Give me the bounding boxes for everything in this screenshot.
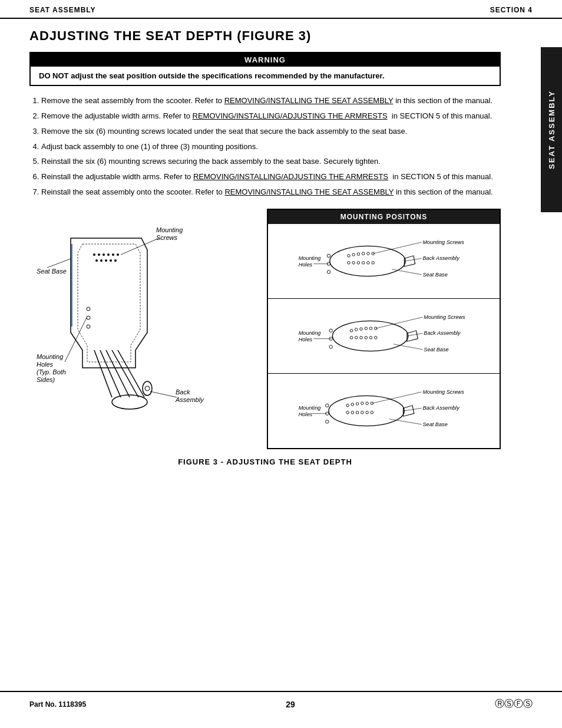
svg-line-75 xyxy=(407,333,423,336)
svg-point-97 xyxy=(326,420,329,423)
svg-point-8 xyxy=(100,259,103,262)
svg-line-19 xyxy=(118,350,144,397)
svg-text:Mounting  Screws: Mounting Screws xyxy=(423,239,465,245)
svg-text:Back  Assembly: Back Assembly xyxy=(423,255,461,261)
svg-text:Back  Assembly: Back Assembly xyxy=(424,330,461,336)
page: SEAT ASSEMBLY SEAT ASSEMBLY SECTION 4 AD… xyxy=(0,0,562,728)
svg-point-70 xyxy=(329,329,333,332)
svg-point-64 xyxy=(350,336,353,339)
svg-text:Assembly: Assembly xyxy=(175,396,204,403)
svg-point-43 xyxy=(367,261,370,264)
svg-text:Holes: Holes xyxy=(299,411,313,417)
svg-point-93 xyxy=(366,411,369,414)
svg-line-105 xyxy=(389,419,422,424)
mounting-position-3: Mounting Screws Back Assembly Mounting H… xyxy=(268,374,500,448)
step-2: Remove the adjustable width arms. Refer … xyxy=(41,111,501,122)
svg-text:Mounting: Mounting xyxy=(299,405,322,411)
svg-text:Sides): Sides) xyxy=(37,376,55,383)
link-armrests-2[interactable]: REMOVING/INSTALLING/ADJUSTING THE ARMRES… xyxy=(193,172,388,181)
svg-point-59 xyxy=(355,328,358,331)
svg-point-40 xyxy=(352,261,355,264)
page-footer: Part No. 1118395 29 ⓇⓈⒻⓈ xyxy=(0,691,562,716)
svg-point-68 xyxy=(369,336,372,339)
svg-point-82 xyxy=(329,396,404,426)
svg-line-18 xyxy=(112,350,138,397)
svg-text:(Typ. Both: (Typ. Both xyxy=(37,368,66,375)
svg-point-44 xyxy=(372,261,375,264)
side-tab: SEAT ASSEMBLY xyxy=(541,47,562,212)
steps-list: Remove the seat assembly from the scoote… xyxy=(41,95,501,198)
svg-point-69 xyxy=(374,336,377,339)
right-diagram: MOUNTING POSITONS xyxy=(267,209,501,449)
link-armrests-1[interactable]: REMOVING/INSTALLING/ADJUSTING THE ARMRES… xyxy=(193,111,388,120)
svg-point-58 xyxy=(350,329,353,332)
page-title: ADJUSTING THE SEAT DEPTH (FIGURE 3) xyxy=(29,28,501,44)
svg-point-57 xyxy=(332,321,408,351)
link-removing-installing-2[interactable]: REMOVING/INSTALLING THE SEAT ASSEMBLY xyxy=(224,187,394,196)
svg-text:Seat Base: Seat Base xyxy=(423,421,448,427)
svg-point-37 xyxy=(367,252,370,255)
footer-part-number: Part No. 1118395 xyxy=(29,700,86,709)
page-header: SEAT ASSEMBLY SECTION 4 xyxy=(0,0,562,19)
position-3-svg: Mounting Screws Back Assembly Mounting H… xyxy=(270,378,497,443)
svg-point-91 xyxy=(356,411,359,414)
svg-text:Mounting  Screws: Mounting Screws xyxy=(423,389,465,395)
svg-point-4 xyxy=(107,253,110,256)
svg-line-80 xyxy=(394,344,423,350)
mounting-position-2: Mounting Screws Back Assembly Mounting H… xyxy=(268,299,500,374)
step-1: Remove the seat assembly from the scoote… xyxy=(41,95,501,107)
svg-text:Mounting: Mounting xyxy=(299,330,322,336)
svg-point-72 xyxy=(329,345,333,348)
svg-point-60 xyxy=(360,328,363,331)
step-7: Reinstall the seat assembly onto the sco… xyxy=(41,187,501,198)
svg-line-55 xyxy=(392,269,421,275)
svg-point-2 xyxy=(98,253,100,256)
svg-point-62 xyxy=(369,327,372,330)
svg-point-32 xyxy=(330,246,405,276)
instructions-list: Remove the seat assembly from the scoote… xyxy=(29,95,501,198)
svg-point-83 xyxy=(346,404,349,407)
svg-point-89 xyxy=(346,411,349,414)
svg-point-22 xyxy=(145,386,150,391)
svg-line-73 xyxy=(376,317,423,328)
left-diagram-svg: Seat Base Mounting Screws Mounting Holes… xyxy=(35,215,224,427)
warning-body: DO NOT adjust the seat position outside … xyxy=(31,67,500,85)
svg-point-9 xyxy=(105,259,107,262)
figure-caption: FIGURE 3 - ADJUSTING THE SEAT DEPTH xyxy=(29,457,501,466)
svg-line-100 xyxy=(404,408,422,411)
svg-text:Back  Assembly: Back Assembly xyxy=(423,405,461,411)
svg-line-50 xyxy=(404,258,421,261)
footer-page-number: 29 xyxy=(286,700,295,709)
svg-point-84 xyxy=(351,403,354,406)
svg-point-94 xyxy=(371,411,373,414)
svg-text:Seat Base: Seat Base xyxy=(424,347,448,353)
svg-point-65 xyxy=(355,336,358,339)
svg-point-67 xyxy=(365,336,368,339)
svg-text:Mounting  Screws: Mounting Screws xyxy=(424,314,465,320)
svg-point-10 xyxy=(110,259,112,262)
svg-point-45 xyxy=(327,254,330,258)
svg-point-6 xyxy=(117,253,119,256)
seat-base-label: Seat Base xyxy=(37,268,67,275)
svg-point-21 xyxy=(143,381,152,396)
svg-point-13 xyxy=(87,316,90,319)
mounting-screws-label-left: Mounting xyxy=(156,226,183,233)
svg-point-34 xyxy=(352,253,355,256)
svg-point-36 xyxy=(362,252,365,255)
position-2-svg: Mounting Screws Back Assembly Mounting H… xyxy=(270,304,497,368)
header-right: SECTION 4 xyxy=(490,6,533,14)
svg-point-87 xyxy=(366,402,369,405)
step-4: Adjust back assembly to one (1) of three… xyxy=(41,141,501,153)
svg-text:Seat Base: Seat Base xyxy=(423,272,448,278)
svg-point-95 xyxy=(326,404,329,407)
step-3: Remove the six (6) mounting screws locat… xyxy=(41,126,501,137)
svg-text:Holes: Holes xyxy=(37,361,54,368)
svg-text:Mounting: Mounting xyxy=(299,255,322,261)
svg-point-35 xyxy=(357,253,360,256)
svg-text:Holes: Holes xyxy=(299,337,313,342)
svg-point-5 xyxy=(112,253,114,256)
svg-point-1 xyxy=(93,253,95,256)
mounting-positions-container: Mounting Screws Back Assembly Mounting H… xyxy=(268,224,500,446)
link-removing-installing-1[interactable]: REMOVING/INSTALLING THE SEAT ASSEMBLY xyxy=(224,96,394,105)
svg-text:Screws: Screws xyxy=(156,234,178,241)
